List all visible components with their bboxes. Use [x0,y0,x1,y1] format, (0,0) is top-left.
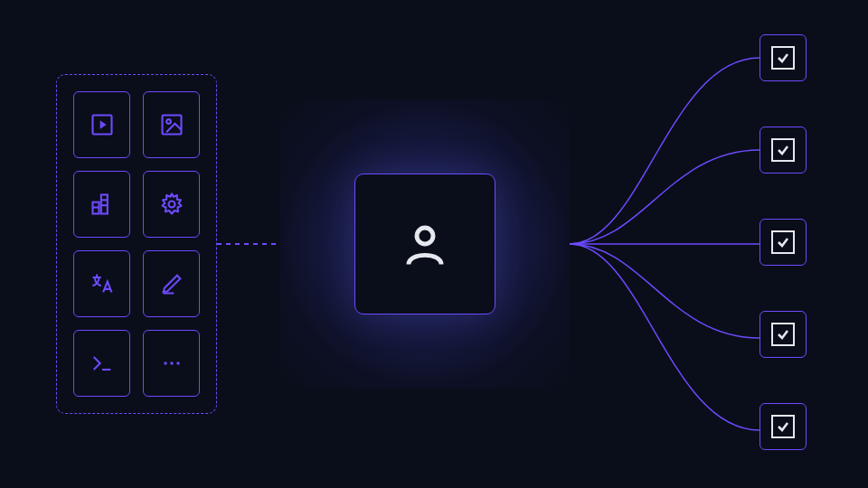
svg-point-14 [176,361,180,365]
tool-translate[interactable] [73,250,130,317]
tool-settings[interactable] [143,171,200,238]
image-icon [159,112,184,137]
checkbox-icon [771,138,795,162]
translate-icon [90,271,115,296]
connector-dashed [217,243,280,245]
more-icon [159,351,184,376]
edit-icon [159,271,184,296]
checkbox-icon [771,415,795,438]
tool-more[interactable] [143,330,200,397]
svg-rect-2 [162,116,181,135]
svg-point-15 [417,228,433,244]
svg-point-13 [170,361,174,365]
svg-point-3 [166,119,171,124]
gear-icon [159,192,184,217]
tool-terminal[interactable] [73,330,130,397]
play-icon [90,112,115,137]
connector-fanout [570,0,760,488]
user-icon [401,220,449,268]
svg-marker-1 [99,120,106,128]
terminal-icon [90,351,115,376]
tool-edit[interactable] [143,250,200,317]
tool-play[interactable] [73,91,130,158]
svg-point-9 [168,202,175,208]
tool-image[interactable] [143,91,200,158]
check-item-5[interactable] [760,403,807,450]
check-column [760,34,807,450]
svg-point-12 [164,361,167,365]
check-item-2[interactable] [760,127,807,174]
checkbox-icon [771,230,795,254]
check-item-3[interactable] [760,219,807,266]
tool-columns[interactable] [73,171,130,238]
user-node[interactable] [354,174,495,314]
check-item-4[interactable] [760,311,807,358]
columns-icon [90,192,115,217]
checkbox-icon [771,46,795,70]
checkbox-icon [771,323,795,346]
tool-panel [56,74,217,414]
svg-rect-5 [100,195,107,214]
center-card [280,99,570,389]
check-item-1[interactable] [760,34,807,81]
